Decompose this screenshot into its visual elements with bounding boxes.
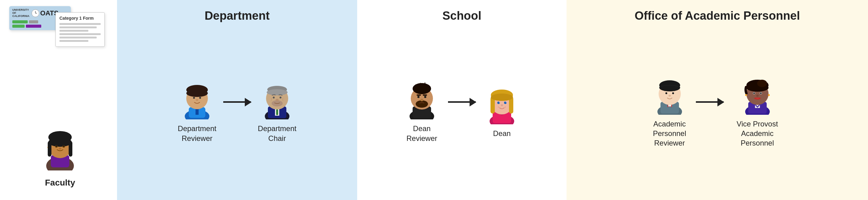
department-reviewer-label: DepartmentReviewer bbox=[178, 124, 216, 143]
department-reviewer-avatar bbox=[177, 79, 217, 120]
office-title: Office of Academic Personnel bbox=[634, 9, 800, 23]
svg-rect-16 bbox=[69, 141, 72, 157]
dean-label: Dean bbox=[493, 129, 510, 138]
form-line bbox=[59, 30, 88, 32]
form-line bbox=[59, 37, 97, 38]
faculty-avatar bbox=[37, 124, 83, 170]
svg-point-25 bbox=[199, 97, 201, 99]
ap-reviewer-label: AcademicPersonnelReviewer bbox=[653, 119, 686, 148]
svg-rect-15 bbox=[48, 141, 52, 157]
dean-reviewer-label: DeanReviewer bbox=[406, 124, 437, 143]
svg-point-99 bbox=[756, 95, 759, 97]
category-form-card: Category 1 Form bbox=[55, 12, 105, 47]
department-reviewer-person: DepartmentReviewer bbox=[177, 79, 217, 143]
arrow-line-dept bbox=[223, 101, 251, 103]
office-section: Office of Academic Personnel bbox=[566, 0, 868, 200]
clock-icon bbox=[31, 9, 39, 17]
svg-point-38 bbox=[276, 99, 279, 101]
svg-point-54 bbox=[420, 99, 423, 101]
arrow-school bbox=[448, 101, 476, 121]
department-section: Department bbox=[117, 0, 357, 200]
ap-reviewer-person: AcademicPersonnelReviewer bbox=[650, 75, 690, 148]
svg-point-71 bbox=[505, 106, 506, 108]
form-line bbox=[59, 27, 97, 28]
school-title: School bbox=[442, 9, 482, 23]
school-people-row: DeanReviewer bbox=[402, 32, 522, 191]
svg-point-81 bbox=[659, 84, 680, 91]
svg-point-92 bbox=[757, 80, 767, 87]
vp-avatar bbox=[738, 75, 777, 115]
dean-reviewer-person: DeanReviewer bbox=[402, 79, 442, 143]
office-people-row: AcademicPersonnelReviewer bbox=[650, 32, 785, 191]
ap-reviewer-avatar bbox=[650, 75, 690, 115]
faculty-person: Faculty bbox=[37, 124, 83, 188]
department-chair-avatar bbox=[257, 79, 297, 120]
arrow-line-school bbox=[448, 101, 476, 103]
svg-point-8 bbox=[48, 137, 72, 147]
vp-label: Vice ProvostAcademic Personnel bbox=[730, 119, 785, 148]
svg-point-69 bbox=[501, 104, 503, 106]
arrow-office bbox=[696, 101, 723, 121]
svg-point-34 bbox=[267, 89, 287, 95]
svg-rect-52 bbox=[416, 95, 421, 96]
svg-point-62 bbox=[491, 94, 513, 101]
svg-point-84 bbox=[669, 95, 671, 97]
svg-point-83 bbox=[672, 92, 674, 94]
svg-point-68 bbox=[505, 102, 506, 102]
svg-point-11 bbox=[56, 145, 57, 147]
dean-reviewer-avatar bbox=[402, 79, 442, 120]
svg-point-12 bbox=[63, 145, 65, 147]
svg-point-13 bbox=[59, 148, 61, 149]
faculty-label: Faculty bbox=[45, 178, 75, 188]
svg-rect-49 bbox=[416, 102, 427, 106]
department-title: Department bbox=[205, 9, 270, 23]
svg-point-51 bbox=[424, 96, 427, 98]
svg-point-70 bbox=[498, 106, 499, 108]
category-form-title: Category 1 Form bbox=[59, 16, 101, 21]
svg-point-100 bbox=[745, 94, 747, 96]
svg-point-36 bbox=[273, 97, 275, 98]
svg-point-101 bbox=[768, 94, 770, 96]
svg-rect-53 bbox=[423, 95, 427, 96]
department-chair-person: DepartmentChair bbox=[257, 79, 297, 143]
svg-point-37 bbox=[280, 97, 281, 98]
vp-person: Vice ProvostAcademic Personnel bbox=[730, 75, 785, 148]
faculty-section: UNIVERSITYOFCALIFORNIA OATS bbox=[0, 0, 117, 200]
school-section: School bbox=[357, 0, 566, 200]
svg-point-24 bbox=[193, 97, 195, 99]
arrow-dept bbox=[223, 101, 251, 121]
form-line bbox=[59, 40, 88, 42]
dean-person: Dean bbox=[482, 84, 522, 138]
department-people-row: DepartmentReviewer bbox=[177, 32, 297, 191]
svg-point-98 bbox=[760, 92, 762, 94]
svg-point-97 bbox=[753, 92, 755, 94]
form-line bbox=[59, 23, 101, 25]
svg-point-23 bbox=[186, 90, 208, 97]
main-container: UNIVERSITYOFCALIFORNIA OATS bbox=[0, 0, 868, 200]
arrow-line-office bbox=[696, 101, 723, 103]
svg-point-67 bbox=[499, 102, 499, 102]
form-line bbox=[59, 33, 101, 35]
svg-point-26 bbox=[196, 99, 198, 101]
svg-point-82 bbox=[665, 92, 667, 94]
department-chair-label: DepartmentChair bbox=[258, 124, 296, 143]
dean-avatar bbox=[482, 84, 522, 124]
svg-point-50 bbox=[417, 96, 420, 98]
